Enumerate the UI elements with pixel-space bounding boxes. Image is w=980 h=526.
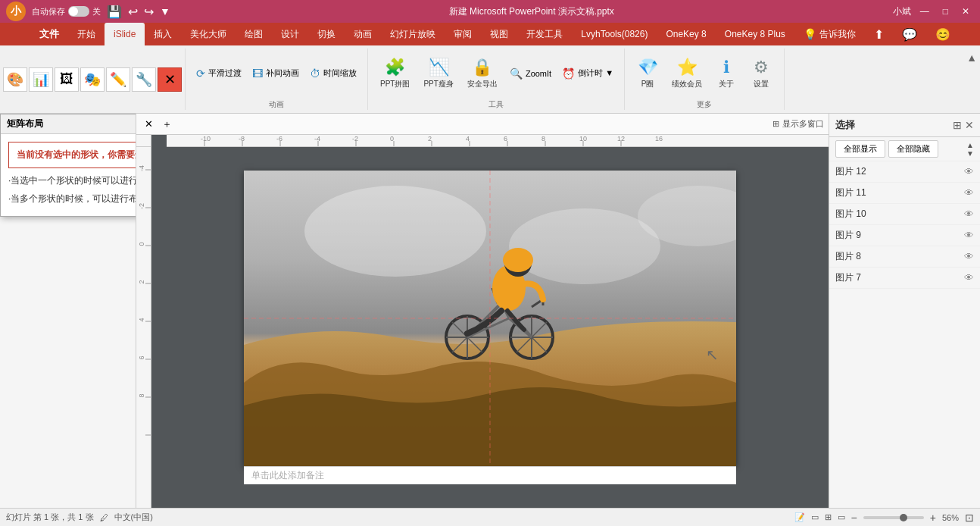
settings-btn[interactable]: ⚙ 设置 xyxy=(744,55,778,92)
dialog-info-2: ·当多个形状的时候，可以进行布局排列。 xyxy=(8,191,136,208)
hide-all-btn[interactable]: 全部隐藏 xyxy=(888,140,938,158)
ribbon-tool-1[interactable]: 🎨 xyxy=(3,67,27,92)
layer-name-12: 图片 12 xyxy=(835,165,961,178)
tab-review[interactable]: 审阅 xyxy=(445,23,481,45)
autosave-toggle[interactable] xyxy=(68,6,89,17)
svg-text:16: 16 xyxy=(655,135,663,142)
zoomit-btn[interactable]: 🔍 ZoomIt xyxy=(505,66,556,81)
view-normal-btn[interactable]: ▭ xyxy=(811,512,819,522)
safe-export-btn[interactable]: 🔒 安全导出 xyxy=(461,55,504,92)
time-scale-icon: ⏱ xyxy=(310,67,320,80)
slide-canvas[interactable]: ↖ 单击此处添加备注 xyxy=(244,171,736,484)
dialog-content: 当前没有选中的形状，你需要选择一个或者多个形状才能操作！ ·当选中一个形状的时候… xyxy=(1,134,136,216)
view-grid-btn[interactable]: ⊞ xyxy=(825,512,832,522)
ribbon-tabs: 文件 开始 iSlide 插入 美化大师 绘图 设计 切换 动画 幻灯片放映 审… xyxy=(0,23,980,45)
display-multi-window-btn[interactable]: ⊞ 显示多窗口 xyxy=(772,118,824,130)
zoom-in-btn[interactable]: + xyxy=(930,512,936,524)
close-btn[interactable]: ✕ xyxy=(957,5,974,18)
redo-icon[interactable]: ↪ xyxy=(144,5,154,19)
tab-islide[interactable]: iSlide xyxy=(105,23,145,45)
layer-item-8[interactable]: 图片 8 👁 xyxy=(829,246,980,268)
slide-caption[interactable]: 单击此处添加备注 xyxy=(244,466,736,484)
tab-lvyhtools[interactable]: LvyhTools(0826) xyxy=(572,23,657,45)
notes-icon[interactable]: 📝 xyxy=(794,512,805,522)
zoom-slider[interactable] xyxy=(863,516,924,519)
tab-design[interactable]: 设计 xyxy=(272,23,308,45)
ppt-puzzle-btn[interactable]: 🧩 PPT拼图 xyxy=(374,55,416,92)
layer-order-btns: ▲ ▼ xyxy=(966,141,974,158)
countdown-btn[interactable]: ⏰ 倒计时 ▼ xyxy=(557,66,618,81)
layer-eye-12[interactable]: 👁 xyxy=(964,166,974,177)
layer-eye-10[interactable]: 👁 xyxy=(964,208,974,220)
tab-developer[interactable]: 开发工具 xyxy=(517,23,572,45)
ribbon-collapse-btn[interactable]: ▲ xyxy=(966,52,977,64)
tab-help[interactable]: 💡告诉我你 xyxy=(794,23,865,45)
performance-member-btn[interactable]: ⭐ 绩效会员 xyxy=(666,55,708,92)
tab-animation[interactable]: 动画 xyxy=(345,23,381,45)
main-area: 1 xyxy=(0,114,980,508)
add-slide-btn[interactable]: ＋ xyxy=(159,117,174,132)
tab-transition[interactable]: 切换 xyxy=(308,23,345,45)
save-icon[interactable]: 💾 xyxy=(107,5,122,19)
tab-insert[interactable]: 插入 xyxy=(145,23,181,45)
slide-panel: 1 xyxy=(0,114,136,508)
tab-onekey8[interactable]: OneKey 8 xyxy=(657,23,715,45)
close-slide-btn[interactable]: ✕ xyxy=(141,117,156,132)
tab-home[interactable]: 开始 xyxy=(68,23,105,45)
p-circle-icon: 💎 xyxy=(638,58,658,77)
undo-icon[interactable]: ↩ xyxy=(128,5,138,19)
layer-item-11[interactable]: 图片 11 👁 xyxy=(829,183,980,204)
fit-window-btn[interactable]: ⊡ xyxy=(965,512,974,524)
ribbon-tool-5[interactable]: ✏️ xyxy=(106,67,130,92)
ppt-puzzle-icon: 🧩 xyxy=(385,58,405,77)
ruler-v-svg: -4 -2 0 2 4 6 8 xyxy=(136,147,151,508)
zoom-out-btn[interactable]: − xyxy=(851,512,857,524)
tab-beautify[interactable]: 美化大师 xyxy=(181,23,236,45)
tab-onekey8plus[interactable]: OneKey 8 Plus xyxy=(716,23,794,45)
layer-eye-9[interactable]: 👁 xyxy=(964,230,974,241)
share-btn[interactable]: ⬆ xyxy=(865,23,893,45)
p-circle-btn[interactable]: 💎 P圈 xyxy=(631,55,664,92)
right-panel-buttons: ⊞ ✕ xyxy=(953,119,974,131)
layer-item-7[interactable]: 图片 7 👁 xyxy=(829,268,980,289)
layer-down-btn[interactable]: ▼ xyxy=(966,149,974,158)
tab-file[interactable]: 文件 xyxy=(30,23,68,45)
emoji-btn[interactable]: 😊 xyxy=(926,23,960,45)
about-icon: ℹ xyxy=(723,58,729,77)
view-present-btn[interactable]: ▭ xyxy=(838,512,845,522)
tab-draw[interactable]: 绘图 xyxy=(236,23,272,45)
layer-eye-11[interactable]: 👁 xyxy=(964,187,974,199)
ribbon-tool-4[interactable]: 🎭 xyxy=(80,67,105,92)
ppt-slim-btn[interactable]: 📉 PPT瘦身 xyxy=(417,55,459,92)
time-scale-btn[interactable]: ⏱ 时间缩放 xyxy=(305,66,361,81)
minimize-btn[interactable]: — xyxy=(916,5,934,18)
ribbon-tool-3[interactable]: 🖼 xyxy=(55,67,79,92)
tab-view[interactable]: 视图 xyxy=(481,23,517,45)
layer-item-12[interactable]: 图片 12 👁 xyxy=(829,161,980,183)
status-bar-right: 📝 ▭ ⊞ ▭ − + 56% ⊡ xyxy=(794,512,974,524)
tab-slideshow[interactable]: 幻灯片放映 xyxy=(381,23,445,45)
about-btn[interactable]: ℹ 关于 xyxy=(710,55,743,92)
ribbon-tool-7[interactable]: ✕ xyxy=(158,67,182,92)
layer-up-btn[interactable]: ▲ xyxy=(966,141,974,149)
comment-btn[interactable]: 💬 xyxy=(893,23,926,45)
maximize-btn[interactable]: □ xyxy=(938,5,953,18)
caption-text: 单击此处添加备注 xyxy=(251,469,324,482)
right-panel-expand-btn[interactable]: ⊞ xyxy=(953,119,962,131)
layer-item-9[interactable]: 图片 9 👁 xyxy=(829,225,980,246)
multi-window-label: 显示多窗口 xyxy=(782,118,824,130)
tween-animation-btn[interactable]: 🎞 补间动画 xyxy=(248,66,304,81)
layer-name-11: 图片 11 xyxy=(835,186,961,199)
title-bar-left: 小 自动保存 关 💾 ↩ ↪ ▼ xyxy=(6,2,170,21)
svg-text:-8: -8 xyxy=(239,135,245,142)
right-panel-close-btn[interactable]: ✕ xyxy=(965,119,974,131)
layer-eye-7[interactable]: 👁 xyxy=(964,272,974,283)
layer-item-10[interactable]: 图片 10 👁 xyxy=(829,204,980,225)
svg-point-47 xyxy=(304,186,486,277)
ribbon-tool-6[interactable]: 🔧 xyxy=(132,67,156,92)
ribbon-tool-2[interactable]: 📊 xyxy=(29,67,53,92)
show-all-btn[interactable]: 全部显示 xyxy=(835,140,885,158)
smooth-transition-btn[interactable]: ⟳ 平滑过渡 xyxy=(192,66,246,81)
more-icon[interactable]: ▼ xyxy=(160,5,170,17)
layer-eye-8[interactable]: 👁 xyxy=(964,251,974,262)
